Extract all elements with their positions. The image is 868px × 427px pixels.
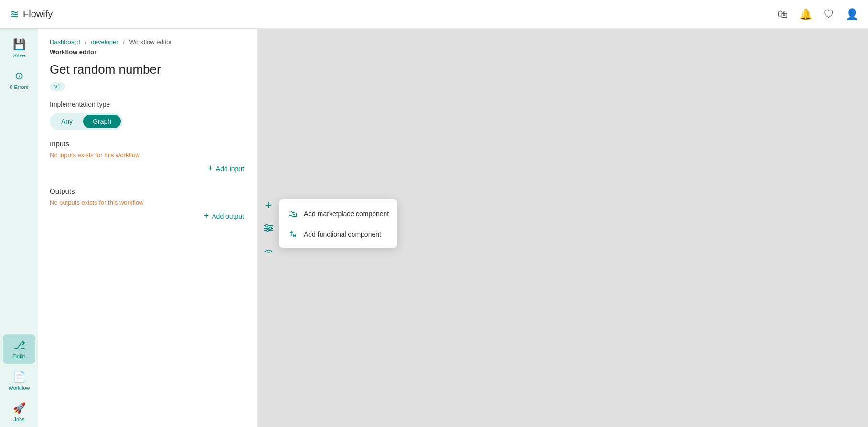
sidebar-item-jobs[interactable]: 🚀 Jobs [3,397,35,427]
inputs-label: Inputs [50,140,246,148]
bell-icon[interactable]: 🔔 [799,8,812,21]
sidebar-item-save[interactable]: 💾 Save [3,33,35,63]
sidebar-item-build[interactable]: ⎇ Build [3,334,35,364]
sidebar-item-workflow[interactable]: 📄 Workflow [3,366,35,395]
breadcrumb-editor: Workflow editor [129,38,171,45]
add-input-plus-icon: + [208,164,213,174]
user-icon[interactable]: 👤 [846,8,858,21]
panel-subtitle: Workflow editor [50,48,246,55]
errors-icon: ⊙ [15,70,23,82]
editor-panel: Dashboard / developer / Workflow editor … [38,29,258,427]
breadcrumb-dashboard[interactable]: Dashboard [50,38,80,45]
impl-type-label: Implementation type [50,100,246,108]
top-nav: ≋ Flowify 🛍 🔔 🛡 👤 [0,0,868,29]
nav-icons: 🛍 🔔 🛡 👤 [777,8,858,21]
shield-icon[interactable]: 🛡 [824,8,834,21]
outputs-label: Outputs [50,187,246,195]
sliders-button[interactable] [260,219,277,237]
add-input-label: Add input [216,165,244,173]
add-output-button[interactable]: + Add output [50,211,246,221]
impl-graph-button[interactable]: Graph [83,115,121,128]
app-name: Flowify [23,9,53,20]
impl-any-button[interactable]: Any [52,115,82,128]
logo-icon: ≋ [10,9,19,20]
add-marketplace-label: Add marketplace component [304,210,389,218]
no-inputs-text: No inputs exists for this workflow [50,152,246,159]
version-badge: v1 [50,82,65,91]
logo: ≋ Flowify [10,9,53,20]
breadcrumb: Dashboard / developer / Workflow editor [50,38,246,45]
sidebar-item-errors[interactable]: ⊙ 0 Errors [3,65,35,95]
marketplace-icon: 🛍 [288,209,298,219]
build-label: Build [13,353,25,359]
jobs-label: Jobs [13,416,24,422]
build-icon: ⎇ [13,339,25,351]
impl-toggle-group: Any Graph [50,113,123,130]
svg-point-5 [267,229,269,231]
save-label: Save [13,53,25,58]
workflow-title: Get random number [50,62,246,77]
implementation-type-section: Implementation type Any Graph [50,100,246,130]
save-icon: 💾 [13,38,26,51]
breadcrumb-developer[interactable]: developer [91,38,118,45]
add-output-plus-icon: + [204,211,209,221]
add-functional-component-item[interactable]: fw Add functional component [279,225,397,244]
workflow-label: Workflow [8,385,30,391]
workflow-icon: 📄 [13,371,26,383]
errors-label: 0 Errors [10,84,28,90]
functional-icon: fw [288,230,298,238]
jobs-icon: 🚀 [13,402,26,415]
svg-point-3 [266,224,268,227]
add-component-dropdown: 🛍 Add marketplace component fw Add funct… [279,199,397,248]
workflow-canvas[interactable]: + <> 🛍 Add marketplace component fw Add … [258,29,868,427]
breadcrumb-sep-1: / [85,38,86,45]
breadcrumb-sep-2: / [123,38,125,45]
add-functional-label: Add functional component [304,230,381,238]
add-output-label: Add output [212,212,244,220]
svg-point-4 [269,227,272,229]
left-sidebar: 💾 Save ⊙ 0 Errors ⎇ Build 📄 Workflow 🚀 J… [0,29,38,427]
no-outputs-text: No outputs exists for this workflow [50,199,246,206]
add-marketplace-component-item[interactable]: 🛍 Add marketplace component [279,203,397,225]
add-component-button[interactable]: + [260,197,277,214]
shop-icon[interactable]: 🛍 [777,8,788,21]
canvas-toolbar: + <> [258,193,279,263]
code-button[interactable]: <> [260,242,277,260]
add-input-button[interactable]: + Add input [50,164,246,174]
